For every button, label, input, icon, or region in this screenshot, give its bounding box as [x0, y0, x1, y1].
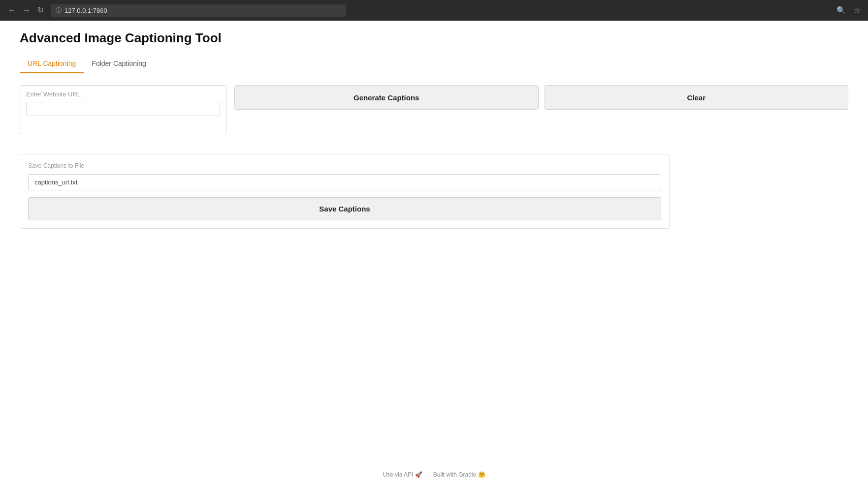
url-input-label: Enter Website URL: [26, 91, 220, 98]
tab-folder-captioning[interactable]: Folder Captioning: [84, 55, 154, 73]
address-bar[interactable]: ⓘ 127.0.0.1:7860: [51, 4, 346, 17]
nav-buttons: ← → ↻: [6, 5, 46, 15]
zoom-button[interactable]: 🔍: [835, 5, 848, 16]
url-section: Enter Website URL Generate Captions Clea…: [20, 85, 848, 134]
url-input[interactable]: [26, 102, 220, 116]
url-input-wrapper: Enter Website URL: [20, 85, 226, 134]
tab-url-captioning[interactable]: URL Captioning: [20, 55, 84, 73]
action-buttons: Generate Captions Clear: [234, 85, 848, 110]
tabs: URL Captioning Folder Captioning: [20, 55, 848, 73]
save-file-input[interactable]: [28, 174, 661, 190]
clear-button[interactable]: Clear: [545, 85, 849, 110]
refresh-button[interactable]: ↻: [35, 5, 46, 15]
address-icon: ⓘ: [56, 6, 62, 15]
generate-captions-button[interactable]: Generate Captions: [234, 85, 539, 110]
save-label: Save Captions to File: [28, 162, 661, 169]
page-title: Advanced Image Captioning Tool: [20, 30, 848, 46]
bookmark-button[interactable]: ☆: [852, 5, 862, 16]
save-section: Save Captions to File Save Captions: [20, 154, 670, 229]
address-text: 127.0.0.1:7860: [64, 7, 107, 14]
page-content: Advanced Image Captioning Tool URL Capti…: [0, 21, 868, 258]
browser-right-icons: 🔍 ☆: [835, 5, 862, 16]
browser-chrome: ← → ↻ ⓘ 127.0.0.1:7860 🔍 ☆: [0, 0, 868, 21]
back-button[interactable]: ←: [6, 5, 18, 15]
save-captions-button[interactable]: Save Captions: [28, 197, 661, 220]
forward-button[interactable]: →: [21, 5, 32, 15]
